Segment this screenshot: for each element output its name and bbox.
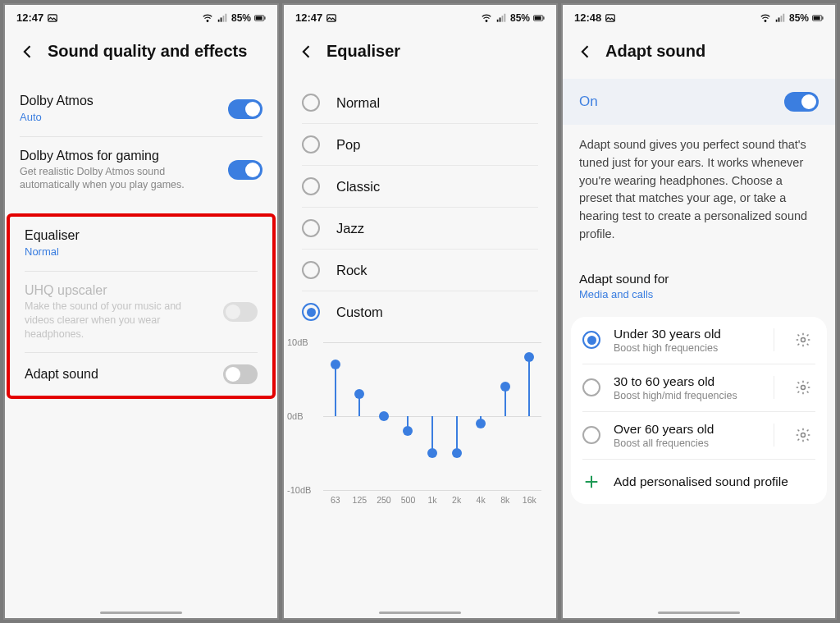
- svg-rect-14: [504, 13, 505, 21]
- back-icon[interactable]: [578, 44, 594, 60]
- page-header: Sound quality and effects: [5, 27, 277, 79]
- radio-icon[interactable]: [302, 303, 320, 321]
- status-battery-pct: 85%: [510, 12, 530, 24]
- status-time: 12:48: [574, 11, 601, 24]
- option-label: Pop: [336, 137, 360, 153]
- eq-ytick: 0dB: [287, 411, 304, 421]
- status-battery-pct: 85%: [231, 12, 251, 24]
- setting-dolby-atmos[interactable]: Dolby Atmos Auto: [5, 82, 277, 136]
- option-label: Normal: [336, 95, 380, 111]
- row-title: Dolby Atmos for gaming: [20, 149, 218, 163]
- setting-adapt-sound[interactable]: Adapt sound: [10, 353, 272, 396]
- eq-xtick: 2k: [445, 495, 469, 505]
- eq-band-500[interactable]: [396, 342, 421, 490]
- gear-icon[interactable]: [791, 423, 815, 447]
- svg-point-19: [765, 20, 766, 21]
- eq-band-16k[interactable]: [518, 342, 542, 490]
- radio-icon[interactable]: [582, 426, 600, 444]
- adapt-on-row[interactable]: On: [563, 79, 835, 125]
- image-icon: [605, 12, 616, 24]
- svg-rect-11: [497, 19, 499, 21]
- adapt-toggle[interactable]: [784, 92, 819, 112]
- description-text: Adapt sound gives you perfect sound that…: [563, 125, 835, 259]
- eq-option-custom[interactable]: Custom: [284, 291, 556, 332]
- svg-rect-8: [264, 16, 265, 19]
- adapt-for-row[interactable]: Adapt sound for Media and calls: [563, 259, 835, 304]
- svg-rect-23: [783, 13, 784, 21]
- age-option[interactable]: 30 to 60 years old Boost high/mid freque…: [571, 364, 827, 411]
- age-option[interactable]: Over 60 years old Boost all frequencies: [571, 412, 827, 459]
- wifi-icon: [202, 12, 213, 24]
- svg-rect-20: [776, 19, 778, 21]
- row-subtitle: Normal: [25, 245, 258, 259]
- status-time: 12:47: [295, 11, 322, 24]
- signal-icon: [217, 12, 228, 24]
- page-title: Equaliser: [326, 42, 400, 61]
- gear-icon[interactable]: [791, 328, 815, 352]
- svg-point-1: [207, 20, 208, 21]
- uhq-toggle: [223, 302, 258, 322]
- eq-option-pop[interactable]: Pop: [284, 124, 556, 165]
- nav-handle[interactable]: [379, 612, 461, 614]
- eq-band-4k[interactable]: [468, 342, 493, 490]
- svg-point-28: [801, 386, 806, 390]
- nav-handle[interactable]: [100, 612, 182, 614]
- on-label: On: [579, 94, 598, 110]
- eq-ytick: -10dB: [287, 485, 311, 495]
- option-label: Classic: [336, 179, 380, 195]
- eq-band-8k[interactable]: [493, 342, 518, 490]
- signal-icon: [774, 12, 786, 24]
- radio-icon[interactable]: [302, 94, 320, 112]
- wifi-icon: [760, 12, 771, 24]
- back-icon[interactable]: [299, 44, 315, 60]
- nav-handle[interactable]: [658, 612, 740, 614]
- eq-xtick: 1k: [420, 495, 445, 505]
- battery-icon: [812, 12, 824, 24]
- radio-icon[interactable]: [302, 219, 320, 237]
- eq-band-1k[interactable]: [420, 342, 445, 490]
- option-label: Custom: [336, 305, 383, 320]
- gear-icon[interactable]: [791, 375, 815, 400]
- eq-band-250[interactable]: [372, 342, 396, 490]
- screen-adapt-sound: 12:48 85% Adapt sound On Adapt sound giv…: [561, 3, 837, 620]
- age-sub: Boost high/mid frequencies: [614, 390, 754, 401]
- dolby-toggle[interactable]: [228, 99, 262, 119]
- radio-icon[interactable]: [582, 331, 600, 349]
- add-profile-row[interactable]: Add personalised sound profile: [571, 460, 827, 504]
- svg-rect-22: [781, 16, 783, 22]
- row-subtitle: Get realistic Dolby Atmos sound automati…: [20, 165, 218, 193]
- age-option[interactable]: Under 30 years old Boost high frequencie…: [571, 317, 827, 364]
- eq-band-125[interactable]: [348, 342, 372, 490]
- svg-rect-26: [822, 16, 823, 19]
- svg-rect-3: [221, 17, 222, 21]
- eq-band-2k[interactable]: [445, 342, 469, 490]
- option-label: Rock: [336, 263, 368, 278]
- setting-equaliser[interactable]: Equaliser Normal: [10, 217, 272, 271]
- radio-icon[interactable]: [302, 261, 320, 279]
- eq-xtick: 8k: [493, 495, 518, 505]
- wifi-icon: [481, 12, 492, 24]
- section-title: Adapt sound for: [579, 272, 819, 286]
- eq-option-normal[interactable]: Normal: [284, 82, 556, 123]
- eq-option-jazz[interactable]: Jazz: [284, 208, 556, 249]
- radio-icon[interactable]: [302, 135, 320, 153]
- back-icon[interactable]: [20, 44, 36, 60]
- status-bar: 12:48 85%: [563, 5, 835, 27]
- setting-dolby-gaming[interactable]: Dolby Atmos for gaming Get realistic Dol…: [5, 137, 277, 204]
- battery-icon: [254, 12, 266, 24]
- age-label: 30 to 60 years old: [614, 374, 754, 389]
- radio-icon[interactable]: [302, 177, 320, 195]
- screen-equaliser: 12:47 85% Equaliser Normal Pop Classic J…: [282, 3, 558, 620]
- eq-xtick: 500: [396, 495, 421, 505]
- eq-chart[interactable]: 10dB0dB-10dB 631252505001k2k4k: [284, 336, 556, 523]
- adapt-sound-toggle[interactable]: [223, 364, 258, 384]
- plus-icon: [582, 473, 600, 491]
- dolby-gaming-toggle[interactable]: [228, 160, 262, 180]
- radio-icon[interactable]: [582, 378, 600, 396]
- eq-xtick: 63: [323, 495, 348, 505]
- eq-band-63[interactable]: [323, 342, 348, 490]
- image-icon: [47, 12, 58, 24]
- eq-option-rock[interactable]: Rock: [284, 250, 556, 291]
- svg-rect-12: [500, 17, 501, 21]
- eq-option-classic[interactable]: Classic: [284, 166, 556, 207]
